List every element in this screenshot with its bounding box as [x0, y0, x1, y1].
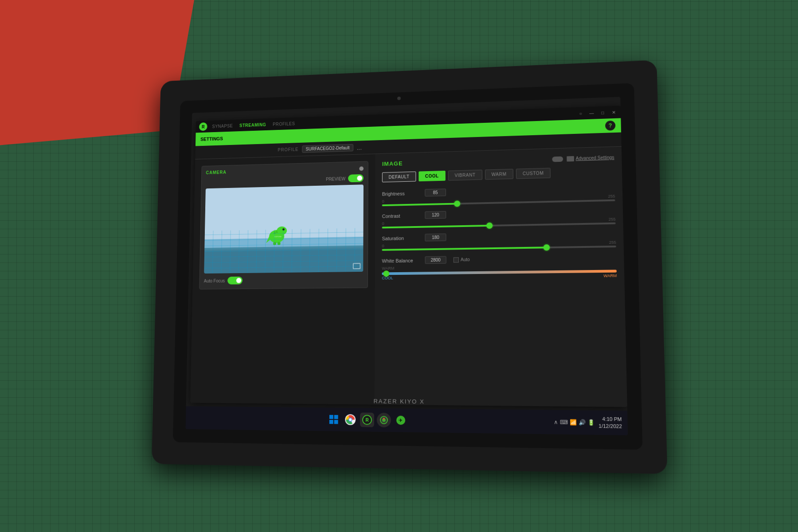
webcam-dot [397, 97, 401, 100]
preset-vibrant[interactable]: VIBRANT [448, 170, 482, 181]
svg-rect-13 [334, 420, 338, 424]
wb-header: White Balance Auto [382, 254, 616, 264]
laptop-screen: R SYNAPSE STREAMING PROFILES ○ — □ ✕ [186, 97, 628, 435]
wb-warm-label: WARM [603, 274, 617, 278]
svg-marker-2 [278, 233, 282, 238]
wb-max-label: WARM [382, 266, 394, 270]
laptop-brand-label: RAZER KIYO X [373, 398, 424, 405]
advanced-icon [567, 156, 574, 161]
profile-more-options[interactable]: ... [357, 144, 362, 151]
preset-row: DEFAULT COOL VIBRANT WARM CUSTOM [382, 166, 615, 183]
wb-input[interactable] [425, 256, 446, 264]
razer-kiyo-icon[interactable] [377, 413, 391, 427]
screen-bezel: R SYNAPSE STREAMING PROFILES ○ — □ ✕ [173, 83, 643, 450]
svg-rect-10 [329, 415, 333, 419]
preview-row: PREVIEW [206, 174, 364, 186]
image-toggle[interactable] [552, 156, 563, 162]
contrast-thumb[interactable] [486, 223, 493, 229]
maximize-btn[interactable]: □ [599, 110, 606, 116]
brightness-input[interactable] [425, 188, 446, 196]
svg-marker-4 [266, 236, 272, 243]
saturation-label: Saturation [382, 235, 422, 241]
preset-cool[interactable]: COOL [419, 171, 445, 181]
chrome-icon[interactable] [343, 412, 357, 427]
saturation-input[interactable] [425, 234, 446, 242]
minimize-btn[interactable]: — [588, 110, 595, 116]
advanced-settings-label: Advanced Settings [576, 155, 614, 161]
camera-title: CAMERA [206, 170, 226, 175]
taskbar-time-display: 4:10 PM [598, 415, 622, 423]
advanced-settings-btn[interactable]: Advanced Settings [567, 155, 614, 161]
svg-point-1 [277, 227, 287, 235]
camera-preview: ESPERIA [204, 184, 364, 274]
fullscreen-icon[interactable] [353, 263, 361, 269]
saturation-thumb[interactable] [543, 244, 550, 250]
profile-label: PROFILE [278, 147, 298, 153]
svg-rect-6 [278, 242, 281, 245]
close-btn[interactable]: ✕ [610, 109, 617, 116]
contrast-input[interactable] [425, 211, 446, 219]
taskbar-date-display: 1/12/2022 [598, 422, 622, 430]
settings-label: SETTINGS [200, 136, 223, 142]
wb-limits-top: WARM [382, 263, 616, 270]
wb-auto-label: Auto [461, 257, 470, 262]
autofocus-row: Auto Focus [204, 275, 363, 285]
brightness-thumb[interactable] [454, 200, 460, 207]
main-content: CAMERA PREVIEW [190, 147, 627, 407]
window-controls: ○ — □ ✕ [577, 109, 617, 117]
svg-point-0 [269, 230, 285, 243]
system-tray-icons: ∧ ⌨ 📶 🔊 🔋 [554, 419, 595, 426]
image-title: IMAGE [382, 160, 403, 167]
right-panel: IMAGE Advanced Settings DEFA [375, 147, 627, 407]
preview-label: PREVIEW [326, 176, 345, 181]
svg-marker-7 [275, 230, 278, 233]
white-balance-section: White Balance Auto WARM [382, 254, 617, 280]
camera-section: CAMERA PREVIEW [199, 161, 368, 289]
camera-header: CAMERA [206, 166, 364, 175]
brightness-min: 0 [382, 199, 384, 203]
search-btn[interactable]: ○ [577, 110, 584, 116]
chevron-up-icon[interactable]: ∧ [554, 419, 558, 426]
taskbar-icons: R ✈ [191, 411, 554, 430]
saturation-max: 255 [609, 240, 616, 245]
brightness-max: 255 [608, 194, 615, 199]
autofocus-toggle[interactable] [227, 277, 243, 285]
camera-status-dot [359, 166, 364, 171]
battery-icon[interactable]: 🔋 [587, 419, 595, 426]
svg-rect-11 [334, 415, 338, 419]
volume-icon[interactable]: 🔊 [579, 419, 586, 426]
laptop-outer: R SYNAPSE STREAMING PROFILES ○ — □ ✕ [152, 60, 668, 474]
profile-dropdown[interactable]: SURFACEGO2-Default [302, 144, 353, 153]
contrast-label: Contrast [382, 213, 422, 219]
nav-profiles[interactable]: PROFILES [273, 121, 295, 126]
contrast-section: Contrast 0 255 [382, 207, 616, 228]
preset-default[interactable]: DEFAULT [382, 172, 416, 183]
saturation-min: 0 [382, 244, 384, 248]
autofocus-label: Auto Focus [204, 278, 225, 283]
preset-warm[interactable]: WARM [485, 169, 513, 180]
brightness-label: Brightness [382, 190, 422, 196]
saturation-section: Saturation 0 255 [382, 231, 616, 251]
keyboard-icon[interactable]: ⌨ [560, 419, 568, 426]
nav-synapse[interactable]: SYNAPSE [212, 123, 233, 129]
razer-logo: R [199, 122, 207, 131]
wb-thumb[interactable] [383, 270, 390, 277]
wb-auto-checkbox[interactable] [454, 257, 459, 262]
svg-marker-8 [273, 231, 276, 234]
svg-text:R: R [365, 418, 368, 423]
taskbar-right: ∧ ⌨ 📶 🔊 🔋 4:10 PM 1/12/2022 [554, 415, 622, 430]
contrast-min: 0 [382, 221, 384, 226]
nav-streaming[interactable]: STREAMING [239, 122, 266, 128]
svg-text:ESPERIA: ESPERIA [274, 236, 282, 238]
razer-synapse-window: R SYNAPSE STREAMING PROFILES ○ — □ ✕ [190, 106, 627, 407]
wifi-icon[interactable]: 📶 [570, 419, 577, 426]
windows-start-button[interactable] [327, 412, 341, 427]
preview-toggle[interactable] [348, 174, 364, 182]
preset-custom[interactable]: CUSTOM [516, 168, 551, 179]
contrast-max: 255 [609, 217, 616, 222]
taskbar: R ✈ [186, 406, 628, 435]
svg-rect-5 [273, 242, 276, 245]
airplane-mode-icon[interactable]: ✈ [394, 413, 408, 427]
razer-central-icon[interactable]: R [360, 413, 374, 427]
help-button[interactable]: ? [605, 121, 615, 131]
